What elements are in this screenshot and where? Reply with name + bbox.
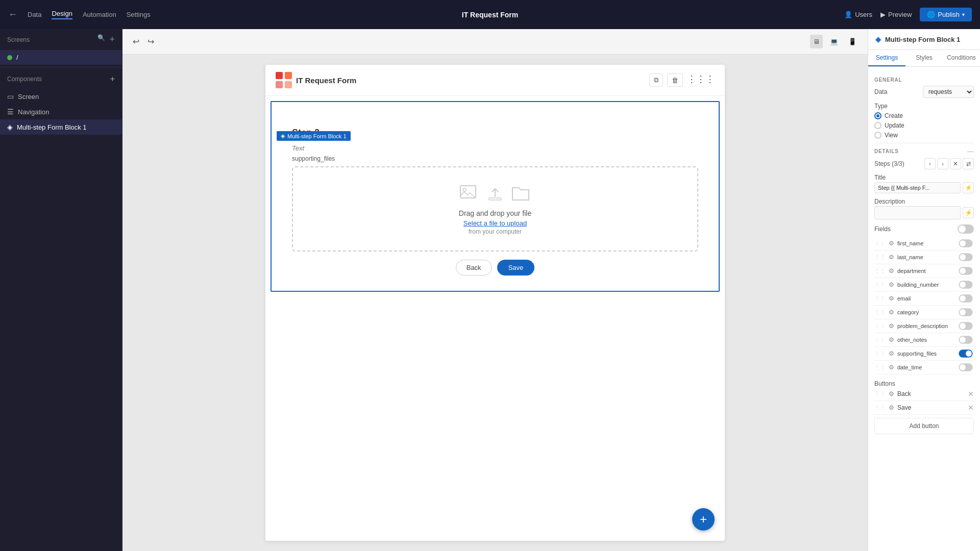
- sidebar-item-screen-label: Screen: [18, 93, 39, 101]
- button-drag-handle[interactable]: ⋮⋮: [874, 391, 886, 397]
- description-input[interactable]: [874, 206, 961, 219]
- field-gear-icon[interactable]: ⚙: [889, 240, 894, 247]
- field-toggle[interactable]: [959, 322, 972, 330]
- field-gear-icon[interactable]: ⚙: [889, 350, 894, 357]
- field-drag-handle[interactable]: ⋮⋮: [874, 295, 886, 302]
- search-icon[interactable]: 🔍: [97, 34, 105, 45]
- buttons-list: ⋮⋮ ⚙ Back ✕ ⋮⋮ ⚙ Save ✕: [874, 387, 974, 415]
- nav-data[interactable]: Data: [28, 11, 41, 18]
- field-drag-handle[interactable]: ⋮⋮: [874, 350, 886, 357]
- sidebar-item-screen[interactable]: ▭ Screen: [0, 89, 122, 104]
- back-button[interactable]: ←: [8, 9, 17, 20]
- mobile-view-icon[interactable]: 📱: [845, 35, 860, 48]
- sidebar-item-navigation-label: Navigation: [18, 108, 49, 116]
- field-toggle[interactable]: [959, 253, 972, 261]
- field-drag-handle[interactable]: ⋮⋮: [874, 364, 886, 371]
- dots-menu[interactable]: ⋮⋮⋮: [687, 73, 715, 87]
- add-screen-icon[interactable]: +: [109, 34, 115, 45]
- description-field-label: Description: [874, 198, 905, 205]
- field-drag-handle[interactable]: ⋮⋮: [874, 309, 886, 316]
- publish-button[interactable]: 🌐 Publish ▾: [920, 8, 972, 21]
- tablet-view-icon[interactable]: 💻: [827, 35, 841, 48]
- field-gear-icon[interactable]: ⚙: [889, 336, 894, 343]
- description-row: ⚡: [874, 206, 974, 219]
- field-toggle[interactable]: [959, 239, 972, 247]
- button-gear-icon[interactable]: ⚙: [889, 390, 894, 397]
- field-gear-icon[interactable]: ⚙: [889, 322, 894, 330]
- field-drag-handle[interactable]: ⋮⋮: [874, 323, 886, 330]
- form-body: Step 3 Text supporting_files: [272, 117, 719, 291]
- field-item: ⋮⋮ ⚙ first_name: [874, 237, 974, 251]
- delete-button[interactable]: 🗑: [667, 73, 683, 87]
- field-name-label: supporting_files: [292, 155, 698, 162]
- field-item: ⋮⋮ ⚙ date_time: [874, 361, 974, 374]
- tab-settings[interactable]: Settings: [868, 50, 905, 66]
- steps-delete-button[interactable]: ✕: [950, 158, 961, 169]
- components-label: Components: [7, 76, 42, 83]
- left-sidebar: Screens 🔍 + / Components + ▭ Screen ☰ Na…: [0, 29, 122, 551]
- button-drag-handle[interactable]: ⋮⋮: [874, 405, 886, 411]
- add-button-label: Add button: [909, 422, 939, 430]
- field-toggle[interactable]: [959, 267, 972, 274]
- form-logo: IT Request Form: [276, 72, 356, 88]
- field-toggle[interactable]: [959, 308, 972, 316]
- tab-conditions[interactable]: Conditions: [943, 50, 980, 66]
- field-gear-icon[interactable]: ⚙: [889, 254, 894, 261]
- panel-tabs: Settings Styles Conditions: [868, 50, 980, 67]
- type-view[interactable]: View: [874, 132, 974, 139]
- sidebar-item-root[interactable]: /: [0, 50, 122, 65]
- back-form-button[interactable]: Back: [456, 260, 492, 276]
- preview-button[interactable]: ▶ Preview: [880, 11, 912, 18]
- steps-next-button[interactable]: ›: [937, 158, 948, 169]
- field-drag-handle[interactable]: ⋮⋮: [874, 282, 886, 288]
- fields-master-toggle[interactable]: [958, 224, 974, 234]
- save-form-button[interactable]: Save: [497, 260, 535, 276]
- title-lightning-button[interactable]: ⚡: [963, 182, 974, 193]
- field-drag-handle[interactable]: ⋮⋮: [874, 240, 886, 247]
- sidebar-item-multistep[interactable]: ◈ Multi-step Form Block 1: [0, 119, 122, 135]
- desktop-view-icon[interactable]: 🖥: [810, 35, 823, 48]
- preview-label: Preview: [888, 11, 912, 18]
- field-toggle[interactable]: [959, 349, 972, 357]
- field-drag-handle[interactable]: ⋮⋮: [874, 268, 886, 274]
- field-gear-icon[interactable]: ⚙: [889, 309, 894, 316]
- users-button[interactable]: 👤 Users: [844, 11, 872, 18]
- nav-settings[interactable]: Settings: [127, 11, 151, 18]
- tab-styles[interactable]: Styles: [905, 50, 943, 66]
- field-gear-icon[interactable]: ⚙: [889, 267, 894, 274]
- button-remove-button[interactable]: ✕: [968, 404, 974, 412]
- field-drag-handle[interactable]: ⋮⋮: [874, 337, 886, 343]
- desc-lightning-button[interactable]: ⚡: [963, 207, 974, 218]
- data-select[interactable]: requests: [923, 86, 974, 98]
- add-button-row[interactable]: Add button: [874, 418, 974, 434]
- nav-automation[interactable]: Automation: [83, 11, 116, 18]
- collapse-icon[interactable]: —: [967, 147, 974, 155]
- field-gear-icon[interactable]: ⚙: [889, 295, 894, 302]
- field-gear-icon[interactable]: ⚙: [889, 281, 894, 288]
- steps-prev-button[interactable]: ‹: [924, 158, 936, 169]
- folder-icon: [510, 183, 531, 203]
- fab-button[interactable]: +: [692, 508, 715, 531]
- field-toggle[interactable]: [959, 336, 972, 343]
- field-item: ⋮⋮ ⚙ email: [874, 292, 974, 306]
- field-drag-handle[interactable]: ⋮⋮: [874, 254, 886, 261]
- upload-link[interactable]: Select a file to upload: [303, 219, 687, 227]
- steps-share-button[interactable]: ⇄: [963, 158, 974, 169]
- sidebar-item-navigation[interactable]: ☰ Navigation: [0, 104, 122, 119]
- title-input[interactable]: [874, 182, 961, 193]
- upload-area[interactable]: Drag and drop your file Select a file to…: [292, 166, 698, 252]
- field-toggle[interactable]: [959, 363, 972, 371]
- add-component-icon[interactable]: +: [110, 74, 115, 84]
- redo-button[interactable]: ↪: [145, 35, 156, 48]
- nav-design[interactable]: Design: [52, 10, 72, 19]
- button-remove-button[interactable]: ✕: [968, 390, 974, 398]
- undo-button[interactable]: ↩: [131, 35, 141, 48]
- type-create[interactable]: Create: [874, 112, 974, 119]
- field-gear-icon[interactable]: ⚙: [889, 364, 894, 371]
- duplicate-button[interactable]: ⧉: [649, 73, 663, 87]
- type-update[interactable]: Update: [874, 122, 974, 129]
- upload-sub-text: from your computer: [303, 228, 687, 235]
- field-toggle[interactable]: [959, 281, 972, 288]
- button-gear-icon[interactable]: ⚙: [889, 404, 894, 411]
- field-toggle[interactable]: [959, 294, 972, 302]
